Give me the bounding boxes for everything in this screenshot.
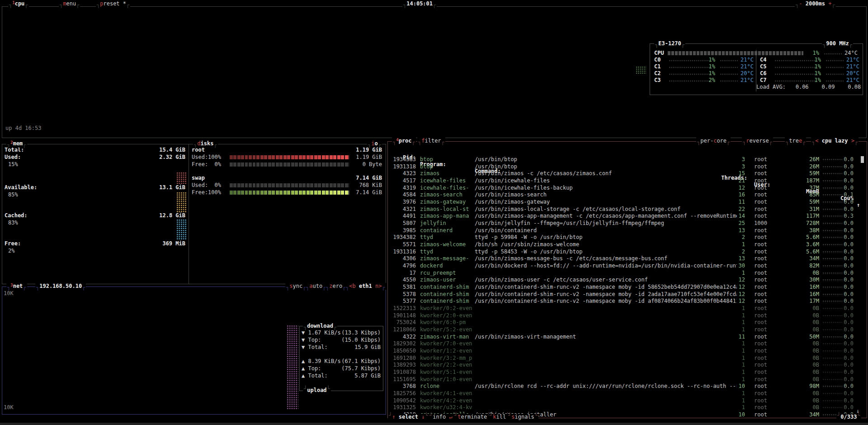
process-row[interactable]: 3768rclone/usr/bin/rclone rcd --rc-addr … — [387, 383, 863, 390]
process-row[interactable]: 4491zimaos-app-mana/usr/bin/zimaos-app-m… — [387, 213, 863, 220]
process-command: /usr/bin/zimaos-app-management -c /etc/c… — [475, 213, 737, 220]
process-row[interactable]: 5378containerd-shim/usr/bin/containerd-s… — [387, 291, 863, 298]
tree-button[interactable]: ┐tree┌ — [785, 138, 806, 144]
auto-scale-button[interactable]: ┐auto┌ — [305, 283, 326, 290]
mem-stat-label: Free: — [5, 240, 21, 247]
process-mem: 0B — [792, 326, 819, 333]
process-row[interactable]: 3976zimaos-gateway/usr/bin/zimaos-gatewa… — [387, 199, 863, 205]
select-button[interactable]: ┘↑ select ↓└ — [388, 414, 429, 420]
process-row[interactable]: 1934382ttydttyd -p 59984 -W -o /usr/bin/… — [387, 234, 863, 241]
process-cpu: 0.0 — [833, 383, 854, 390]
process-user: root — [754, 340, 780, 347]
process-mem: 26M — [792, 156, 819, 163]
sort-column-selector[interactable]: ┐< cpu lazy >┌ — [811, 138, 859, 144]
process-row[interactable]: 4323zimaos/usr/bin/zimaos -c /etc/casaos… — [387, 170, 863, 177]
process-cpu: 0.0 — [833, 298, 854, 305]
sync-button[interactable]: ┐sync┌ — [285, 283, 307, 290]
process-list: 1934383btop/usr/bin/btop3root26M0.019313… — [387, 141, 866, 417]
process-row[interactable]: 1218066kworker/5:2-even1root0B0.0 — [387, 326, 863, 333]
process-row[interactable]: 753024kworker/6:0-pm1root0B0.0 — [387, 319, 863, 326]
terminate-button[interactable]: ┘terminate└ — [453, 414, 491, 420]
process-row[interactable]: 1829302kworker/7:0-even1root0B0.0 — [387, 340, 863, 347]
interface-selector[interactable]: ┐<b eth1 n>┌ — [345, 283, 386, 290]
mem-stat-label: Used: — [5, 154, 21, 161]
process-cpu: 0.0 — [833, 277, 854, 283]
process-row[interactable]: 4517icewhale-files/usr/bin/icewhale-file… — [387, 177, 863, 184]
core-percent: 1% — [798, 63, 821, 70]
process-row[interactable]: 1389293kworker/2:2-even1root0B0.0 — [387, 362, 863, 368]
process-row[interactable]: 3985containerd/usr/bin/containerd13root3… — [387, 227, 863, 234]
process-threads: 1 — [716, 270, 745, 277]
process-row[interactable]: 1910878kworker/5:1-even1root0B0.0 — [387, 369, 863, 376]
info-button[interactable]: ┘info ↵└ — [429, 414, 457, 420]
tab-cpu[interactable]: ┐1cpu┌ — [8, 0, 29, 8]
net-ip-address: ┐192.168.50.10┌ — [35, 283, 86, 290]
proc-scrollbar[interactable] — [861, 156, 864, 163]
core-temp: 21°C — [729, 57, 754, 63]
signals-button[interactable]: ┘signals└ — [507, 414, 538, 420]
process-row[interactable]: 4319icewhale-files-/usr/bin/icewhale-fil… — [387, 185, 863, 191]
mem-stat-percent: 85% — [8, 191, 18, 198]
io-mode-button[interactable]: ┐io┌ — [367, 140, 382, 147]
process-user: root — [754, 255, 780, 262]
process-cpu: 0.3 — [833, 213, 854, 220]
process-row[interactable]: 4796dockerd/usr/bin/dockerd --host=fd://… — [387, 263, 863, 269]
mem-stat-graph — [176, 192, 186, 212]
process-row[interactable]: 1825756kworker/4:1-even1root0B0.0 — [387, 390, 863, 397]
filter-button[interactable]: ┐filter┌ — [417, 138, 445, 144]
process-program: zimaos-search — [420, 191, 473, 198]
cpu-model-title: ┐E3-1270┌ — [654, 40, 685, 47]
process-row[interactable]: 1522313kworker/0:2-even1root0B0.0 — [387, 305, 863, 312]
upload-row-label: ▲ Top: — [302, 365, 321, 372]
process-pid: 5571 — [387, 241, 416, 248]
process-command: /usr/bin/icewhale-files — [475, 177, 737, 184]
update-interval-control[interactable]: ┐- 2000ms +┌ — [795, 0, 836, 7]
process-row[interactable]: 4321zimaos-local-st/usr/bin/zimaos-local… — [387, 206, 863, 213]
zero-button[interactable]: ┐zero┌ — [325, 283, 346, 290]
process-row[interactable]: 1151695kworker/1:0-even1root0B0.0 — [387, 376, 863, 383]
proc-box-title[interactable]: ┐4proc┌ — [392, 138, 416, 145]
reverse-button[interactable]: ┐reverse┌ — [742, 138, 773, 144]
process-mem: 0B — [792, 340, 819, 347]
process-row[interactable]: 1934383btop/usr/bin/btop3root26M0.0 — [387, 156, 863, 163]
process-pid: 1934383 — [387, 156, 416, 163]
disks-box-title[interactable]: ┐disks┌ — [193, 140, 218, 147]
menu-button[interactable]: ┐menu┌ — [59, 0, 80, 7]
process-user: root — [754, 270, 780, 277]
process-row[interactable]: 5377containerd-shim/usr/bin/containerd-s… — [387, 298, 863, 305]
process-mem: 16M — [792, 284, 819, 291]
process-row[interactable]: 17rcu_preempt1root0B0.0 — [387, 270, 863, 277]
process-row[interactable]: 1691280kworker/3:2-mm_p1root0B0.0 — [387, 355, 863, 362]
process-mem: 59M — [792, 199, 819, 205]
process-row[interactable]: 1901148kworker/2:0-even1root0B0.0 — [387, 312, 863, 319]
process-row[interactable]: 1931325kworker/u32:4-kv1root0B0.0 — [387, 404, 863, 411]
process-row[interactable]: 4322zimaos-virt-man/usr/bin/zimaos-virt-… — [387, 334, 863, 340]
process-row[interactable]: 5807jellyfin/usr/bin/jellyfin --ffmpeg=/… — [387, 220, 863, 227]
process-row[interactable]: 4584zimaos-search/usr/bin/zimaos-search1… — [387, 191, 863, 198]
process-command: /usr/bin/rclone rcd --rc-addr unix:///va… — [475, 383, 737, 390]
process-cpu: 0.0 — [833, 170, 854, 177]
process-row[interactable]: 1090542kworker/4:2-even1root0B0.0 — [387, 397, 863, 404]
cpu-graph — [636, 66, 646, 74]
process-row[interactable]: 5381containerd-shim/usr/bin/containerd-s… — [387, 284, 863, 291]
process-threads: 1 — [716, 355, 745, 362]
process-user: root — [754, 206, 780, 213]
process-row[interactable]: 4550zimaos-user/usr/bin/zimaos-user -c /… — [387, 277, 863, 283]
process-row[interactable]: 4306zimaos-message-/usr/bin/zimaos-messa… — [387, 255, 863, 262]
process-threads: 30 — [716, 263, 745, 269]
process-row[interactable]: 1931316ttydttyd -p 58453 -W -o /usr/bin/… — [387, 248, 863, 255]
per-core-button[interactable]: ┐per-core┌ — [696, 138, 731, 144]
process-row[interactable]: 1931318btop/usr/bin/btop3root26M0.0 — [387, 163, 863, 170]
preset-button[interactable]: ┐preset *┌ — [96, 0, 130, 7]
mem-box-title[interactable]: ┐2mem┌ — [6, 140, 27, 148]
process-row[interactable]: 5571zimaos-welcome/bin/sh /usr/sbin/zima… — [387, 241, 863, 248]
process-user: root — [754, 234, 780, 241]
process-threads: 11 — [716, 334, 745, 340]
process-row[interactable]: 1850650kworker/1:2-even1root0B0.0 — [387, 348, 863, 354]
download-row-label: ▼ Top: — [302, 337, 321, 344]
core-percent: 1% — [693, 57, 715, 63]
process-program: zimaos — [420, 170, 473, 177]
clock: ┐14:05:01┌ — [402, 0, 437, 7]
process-mem: 38M — [792, 227, 819, 234]
net-box-title[interactable]: ┐3net┌ — [6, 283, 27, 290]
